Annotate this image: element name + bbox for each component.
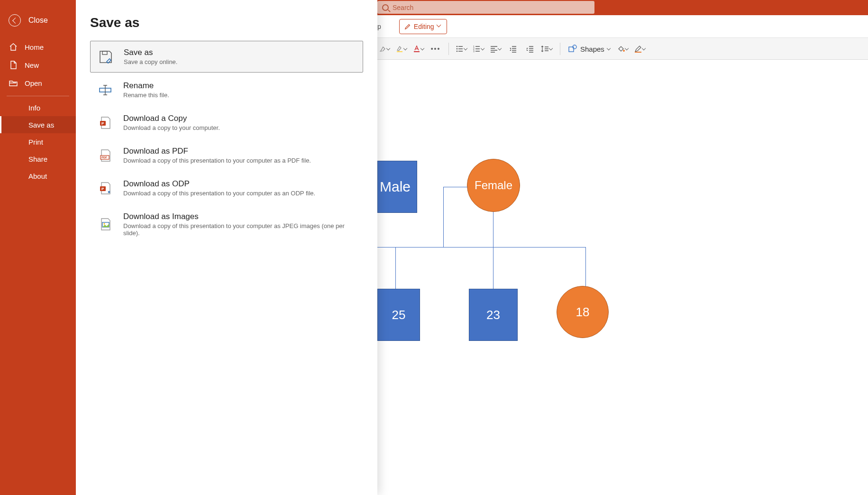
bullets-button[interactable] [455,42,469,56]
option-title: Download as ODP [123,179,315,189]
connector [443,187,444,247]
option-title: Download as Images [123,212,356,221]
chevron-down-icon [421,47,425,51]
option-desc: Download a copy of this presentation to … [123,157,311,164]
option-title: Save as [124,48,177,57]
nav-info[interactable]: Info [0,99,76,116]
option-download-pdf[interactable]: PDF Download as PDF Download a copy of t… [90,140,363,171]
editing-label: Editing [414,23,434,30]
diagram-node-18[interactable]: 18 [557,286,609,338]
option-save-as[interactable]: Save as Save a copy online. [90,41,363,73]
svg-point-21 [104,223,105,225]
paint-bucket-icon [617,45,625,53]
folder-open-icon [9,78,18,88]
toolbar-separator [560,43,560,55]
increase-indent-button[interactable] [523,42,537,56]
backstage-panel: Close Home New Open Info Save as Print S… [0,0,377,495]
search-box[interactable]: Search [377,1,594,14]
svg-text:3: 3 [473,50,475,53]
option-desc: Download a copy of this presentation to … [123,222,356,237]
chevron-down-icon [549,47,553,51]
align-icon [490,45,498,53]
connector [493,212,493,248]
bullets-icon [456,45,464,53]
svg-rect-11 [635,52,641,53]
new-file-icon [9,60,18,70]
nav-about[interactable]: About [0,167,76,184]
font-color-icon [412,45,421,53]
nav-new[interactable]: New [0,56,76,74]
option-rename[interactable]: Rename Rename this file. [90,74,363,105]
outdent-icon [509,45,517,53]
editing-mode-button[interactable]: Editing [399,19,447,34]
font-color-button[interactable] [411,42,426,56]
line-spacing-icon [541,45,549,53]
diagram-node-female[interactable]: Female [467,159,520,212]
svg-point-10 [623,50,625,52]
svg-text:PDF: PDF [101,156,107,159]
ribbon-tab-fragment[interactable]: p [377,23,381,30]
rename-cursor-icon [98,82,113,98]
home-icon [9,42,18,52]
nav-print[interactable]: Print [0,133,76,150]
option-title: Download a Copy [123,114,220,123]
connector [444,187,467,187]
search-placeholder: Search [393,4,413,11]
option-download-odp[interactable]: P Download as ODP Download a copy of thi… [90,173,363,203]
indent-icon [526,45,534,53]
shape-outline-button[interactable] [633,42,647,56]
decrease-indent-button[interactable] [506,42,520,56]
svg-text:P: P [101,121,104,126]
diagram-node-25[interactable]: 25 [377,289,420,341]
chevron-down-icon [404,47,408,51]
pen-outline-icon [634,45,642,53]
svg-rect-1 [414,51,420,52]
numbering-button[interactable]: 123 [472,42,486,56]
backstage-sidebar: Close Home New Open Info Save as Print S… [0,0,76,495]
highlight-color-button[interactable] [394,42,409,56]
more-font-options-button[interactable]: ••• [429,42,443,56]
pdf-file-icon: PDF [98,148,113,163]
option-title: Download as PDF [123,147,311,156]
chevron-down-icon [481,47,485,51]
chevron-down-icon [437,24,442,29]
nav-home[interactable]: Home [0,38,76,56]
option-title: Rename [123,81,169,91]
connector [377,247,586,248]
chevron-down-icon [387,47,391,51]
slide-canvas[interactable]: Male Female 25 23 18 [377,60,868,495]
svg-text:P: P [101,187,104,191]
highlighter-icon [395,45,404,53]
sidebar-divider [7,96,69,96]
odp-file-icon: P [98,181,113,196]
shape-fill-button[interactable] [616,42,630,56]
chevron-down-icon [498,47,502,51]
option-download-images[interactable]: Download as Images Download a copy of th… [90,205,363,243]
diagram-node-male[interactable]: Male [377,161,417,213]
clear-formatting-button[interactable] [377,42,392,56]
backstage-close-button[interactable]: Close [0,9,76,38]
svg-point-4 [457,51,458,52]
option-download-copy[interactable]: P Download a Copy Download a copy to you… [90,107,363,138]
page-title: Save as [90,15,363,30]
close-label: Close [28,16,48,25]
align-button[interactable] [489,42,503,56]
nav-share[interactable]: Share [0,150,76,167]
diagram-node-23[interactable]: 23 [469,289,518,341]
save-floppy-icon [98,49,113,64]
connector [493,247,493,289]
connector [395,247,396,289]
shapes-label: Shapes [580,45,604,53]
option-desc: Download a copy to your computer. [123,124,220,131]
nav-open[interactable]: Open [0,74,76,92]
backstage-content: Save as Save as Save a copy online. Rena… [76,0,377,495]
chevron-down-icon [464,47,468,51]
chevron-down-icon [607,47,611,51]
connector [585,247,586,286]
nav-save-as[interactable]: Save as [0,116,76,133]
numbering-icon: 123 [473,45,481,53]
line-spacing-button[interactable] [540,42,554,56]
shapes-button[interactable]: Shapes [566,44,613,54]
chevron-down-icon [642,47,646,51]
shapes-icon [568,44,577,54]
